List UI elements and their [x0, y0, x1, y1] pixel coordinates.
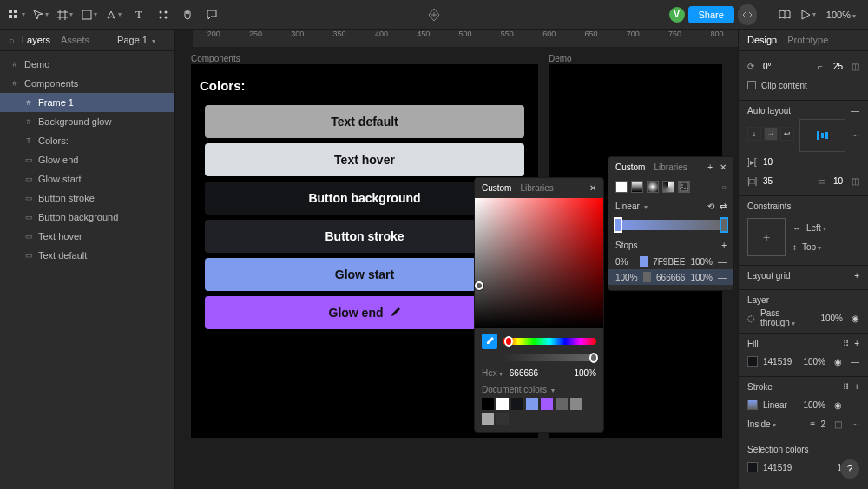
hue-handle[interactable]	[504, 336, 513, 347]
constraints-widget[interactable]: +	[747, 218, 786, 256]
paint-type-linear[interactable]	[631, 181, 643, 193]
stop-opacity[interactable]: 100%	[690, 273, 713, 282]
layer-item[interactable]: ▭Glow end	[0, 150, 174, 169]
add-icon[interactable]: +	[707, 162, 713, 172]
gradient-bar[interactable]	[615, 220, 727, 230]
stroke-style-icon[interactable]: ⠿	[843, 382, 849, 392]
layer-item[interactable]: ▭Text hover	[0, 227, 174, 246]
search-icon[interactable]: ⌕	[9, 35, 15, 45]
color-tab-libraries[interactable]: Libraries	[520, 183, 553, 193]
layer-item[interactable]: ▭Glow start	[0, 169, 174, 188]
remove-stroke-icon[interactable]: —	[851, 400, 859, 410]
comment-tool[interactable]	[201, 4, 222, 25]
stop-opacity[interactable]: 100%	[690, 257, 713, 267]
stroke-weight-input[interactable]: 2	[820, 420, 825, 429]
visibility-icon[interactable]: ◉	[852, 314, 859, 323]
layer-item[interactable]: #Demo	[0, 55, 174, 74]
layer-item[interactable]: #Background glow	[0, 112, 174, 131]
gradient-stop-row[interactable]: 0%7F9BEE100%—	[608, 254, 733, 269]
fill-hex[interactable]: 141519	[763, 357, 792, 367]
eyedropper-button[interactable]	[482, 334, 497, 349]
grad-tab-libraries[interactable]: Libraries	[654, 162, 687, 172]
autolayout-more-icon[interactable]: ⋯	[851, 131, 859, 141]
add-grid-icon[interactable]: +	[854, 271, 859, 281]
hand-tool[interactable]	[177, 4, 198, 25]
fill-style-icon[interactable]: ⠿	[843, 339, 849, 348]
layer-opacity-input[interactable]: 100%	[820, 314, 843, 323]
document-color-swatch[interactable]	[482, 398, 494, 410]
design-tab[interactable]: Design	[747, 35, 777, 45]
assets-tab[interactable]: Assets	[61, 35, 89, 45]
stroke-opacity[interactable]: 100%	[803, 400, 825, 410]
layer-item[interactable]: ▭Button background	[0, 208, 174, 227]
clip-content-checkbox[interactable]	[747, 81, 756, 89]
stop-hex[interactable]: 666666	[656, 273, 685, 282]
selcolor-swatch[interactable]	[747, 462, 758, 472]
stop-position[interactable]: 0%	[615, 257, 635, 267]
remove-fill-icon[interactable]: —	[851, 357, 859, 367]
alignment-box[interactable]	[799, 119, 845, 152]
rotate-gradient-icon[interactable]: ⟲	[707, 202, 714, 211]
layer-item[interactable]: #Frame 1	[0, 93, 174, 112]
remove-autolayout-icon[interactable]: —	[851, 106, 859, 116]
alpha-slider[interactable]	[503, 354, 596, 361]
document-color-swatch[interactable]	[496, 413, 509, 425]
paint-type-image[interactable]	[678, 181, 690, 193]
document-color-swatch[interactable]	[570, 398, 582, 410]
close-icon[interactable]: ✕	[589, 183, 596, 193]
v-constraint-select[interactable]: Top▾	[802, 242, 823, 252]
document-colors-title[interactable]: Document colors ▾	[482, 385, 596, 394]
document-color-swatch[interactable]	[496, 398, 509, 410]
main-menu-button[interactable]: ▾	[7, 4, 28, 25]
frame-label-demo[interactable]: Demo	[549, 54, 572, 63]
direction-horizontal[interactable]: →	[764, 127, 778, 141]
sv-handle[interactable]	[475, 281, 483, 290]
fill-opacity[interactable]: 100%	[803, 357, 825, 367]
document-color-swatch[interactable]	[511, 398, 523, 410]
dev-mode-toggle[interactable]	[738, 4, 757, 25]
independent-corners-icon[interactable]: ◫	[852, 62, 859, 71]
document-color-swatch[interactable]	[541, 398, 553, 410]
move-tool[interactable]: ▾	[31, 4, 52, 25]
library-icon[interactable]	[774, 4, 795, 25]
style-swatch-row[interactable]: Text default	[205, 105, 524, 138]
stop-hex[interactable]: 7F9BEE	[653, 257, 685, 267]
blend-mode-select[interactable]: Pass through▾	[760, 308, 815, 327]
gradient-stop-row[interactable]: 100%666666100%—	[608, 269, 733, 285]
remove-stop-icon[interactable]: —	[718, 257, 727, 267]
grad-tab-custom[interactable]: Custom	[615, 162, 645, 172]
paint-type-radial[interactable]	[647, 181, 659, 193]
frame-label-components[interactable]: Components	[191, 54, 240, 63]
document-color-swatch[interactable]	[526, 398, 538, 410]
vgap-input[interactable]: 10	[833, 176, 843, 186]
hex-label[interactable]: Hex▾	[482, 368, 504, 378]
close-icon[interactable]: ✕	[720, 162, 727, 172]
visibility-icon[interactable]: ◉	[834, 400, 842, 410]
prototype-tab[interactable]: Prototype	[787, 35, 828, 45]
stroke-type[interactable]: Linear	[763, 400, 787, 410]
hgap-input[interactable]: 10	[763, 157, 773, 167]
visibility-icon[interactable]: ◉	[834, 357, 842, 367]
flip-gradient-icon[interactable]: ⇄	[720, 202, 727, 211]
paint-type-solid[interactable]	[615, 181, 628, 193]
saturation-value-field[interactable]	[475, 198, 603, 328]
h-constraint-select[interactable]: Left▾	[806, 223, 828, 233]
add-stroke-icon[interactable]: +	[854, 382, 859, 392]
gradient-type-label[interactable]: Linear ▾	[615, 202, 649, 211]
remove-stop-icon[interactable]: —	[718, 273, 727, 282]
padding-individual-icon[interactable]: ◫	[852, 176, 859, 186]
stroke-more-icon[interactable]: ⋯	[851, 420, 859, 429]
add-stop-icon[interactable]: +	[721, 241, 727, 250]
layer-item[interactable]: ▭Button stroke	[0, 188, 174, 208]
text-tool[interactable]: T	[128, 4, 149, 25]
alpha-input[interactable]: 100%	[574, 368, 596, 378]
gradient-stop-handle[interactable]	[720, 217, 728, 233]
help-button[interactable]: ?	[840, 459, 859, 479]
page-selector[interactable]: Page 1 ▾	[117, 35, 166, 45]
document-color-swatch[interactable]	[482, 413, 494, 425]
layers-tab[interactable]: Layers	[22, 35, 50, 45]
stroke-position-select[interactable]: Inside▾	[747, 420, 778, 429]
stop-position[interactable]: 100%	[615, 273, 638, 282]
fill-swatch[interactable]	[747, 356, 758, 367]
style-settings-icon[interactable]: ○	[721, 182, 727, 192]
